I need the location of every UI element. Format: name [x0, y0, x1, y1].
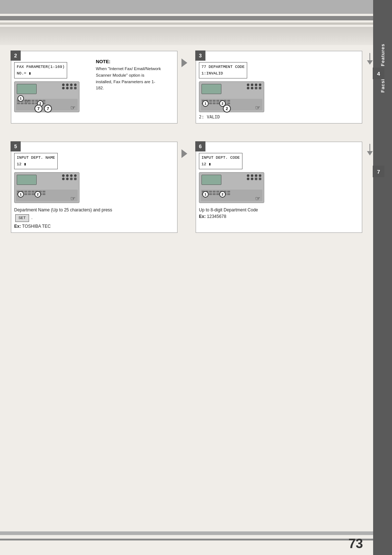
step2-badges77: 7 7 [34, 105, 52, 113]
step7-badge: 7 [373, 166, 384, 177]
step3-lcd-line2: 1:INVALID [201, 70, 245, 77]
step3-number: 3 [195, 50, 205, 61]
right-sidebar: Facsimile Features [373, 0, 392, 555]
step2-cursor1: ☞ [25, 98, 30, 105]
step2-lcd-line2: NO.= ▮ [17, 70, 65, 77]
step2-machine-dots [62, 84, 77, 89]
second-bar [0, 16, 392, 20]
step3-keypad [201, 99, 262, 110]
step5-machine-dots [62, 174, 77, 180]
step3-cursor: ☞ [255, 104, 260, 111]
note-label: NOTE: [96, 59, 161, 64]
step6-machine: 1 2 ☞ [199, 172, 264, 203]
step2-cursor2: ☞ [70, 104, 75, 111]
step6-machine-dots [247, 174, 262, 180]
step3-badge-bottom: 2 [223, 105, 231, 113]
step2-arrow [181, 58, 187, 67]
note-content: When "Internet Fax/ Email/Network Scanne… [96, 66, 161, 92]
step3-valid: 2: VALID [199, 114, 359, 119]
step2-lcd-line1: FAX PARAMETER(1-169) [17, 64, 65, 70]
step5-box: 5 INPUT DEPT. NAME 12 ▮ [11, 142, 177, 233]
step6-cursor: ☞ [255, 195, 260, 202]
step6-keypad [201, 190, 262, 201]
step6-machine-screen [201, 175, 221, 185]
step3-machine-dots [247, 84, 262, 89]
step5-machine: 1 2 ☞ [14, 172, 79, 203]
main-content: 2 FAX PARAMETER(1-169) NO.= ▮ [0, 29, 373, 533]
step3-box: 3 4 77 DEPARTMENT CODE 1:INVALID [196, 51, 362, 123]
step6-ex-value: 12345678 [207, 214, 226, 219]
step2-number: 2 [11, 50, 21, 61]
third-bar [0, 23, 392, 25]
step5-content: INPUT DEPT. NAME 12 ▮ [14, 153, 174, 230]
step5-lcd-line2: 12 ▮ [17, 161, 55, 168]
step6-lcd-line2: 12 ▮ [201, 161, 240, 168]
step2-machine: 2 ☞ 7 7 ☞ 1 [14, 81, 79, 112]
step6-arrow [367, 144, 373, 155]
step5-arrow [181, 149, 187, 158]
step3-machine: 1 2 2 ☞ [199, 81, 264, 112]
step3-lcd: 77 DEPARTMENT CODE 1:INVALID [199, 62, 247, 78]
step3-content: 77 DEPARTMENT CODE 1:INVALID [199, 62, 359, 119]
step5-lcd: INPUT DEPT. NAME 12 ▮ [14, 153, 58, 169]
step6-lcd: INPUT DEPT. CODE 12 ▮ [199, 153, 242, 169]
bottom-bar2 [0, 539, 373, 540]
step6-content: INPUT DEPT. CODE 12 ▮ [199, 153, 359, 220]
step5-keypad [16, 190, 78, 201]
step5-desc1: Department Name (Up to 25 characters) an… [14, 207, 112, 212]
page-number: 73 [348, 536, 363, 551]
step5-set-button: SET [15, 214, 29, 222]
step5-ex-value: TOSHIBA TEC [22, 224, 51, 229]
step5-machine-screen [17, 175, 37, 185]
step3-lcd-line1: 77 DEPARTMENT CODE [201, 64, 245, 70]
step2-note: NOTE: When "Internet Fax/ Email/Network … [96, 59, 161, 92]
step5-ex-label: Ex: [14, 224, 21, 229]
step6-lcd-line1: INPUT DEPT. CODE [201, 155, 240, 161]
step5-number: 5 [11, 141, 21, 151]
step6-box: 6 7 INPUT DEPT. CODE 12 ▮ [196, 142, 362, 233]
step6-desc1: Up to 8-digit Department Code [199, 207, 258, 212]
step5-desc2: . [31, 215, 32, 220]
step3-machine-screen [201, 84, 221, 94]
step3-arrow [367, 53, 373, 65]
step5-lcd-line1: INPUT DEPT. NAME [17, 155, 55, 161]
step6-ex-label: Ex: [199, 214, 206, 219]
step4-badge: 4 [373, 68, 384, 79]
step6-number: 6 [195, 141, 205, 151]
step5-desc: Department Name (Up to 25 characters) an… [14, 207, 174, 230]
step2-machine-screen [17, 84, 37, 94]
top-bar [0, 0, 392, 14]
step5-cursor: ☞ [70, 195, 75, 202]
step6-desc: Up to 8-digit Department Code Ex: 123456… [199, 207, 359, 220]
step2-lcd: FAX PARAMETER(1-169) NO.= ▮ [14, 62, 67, 78]
